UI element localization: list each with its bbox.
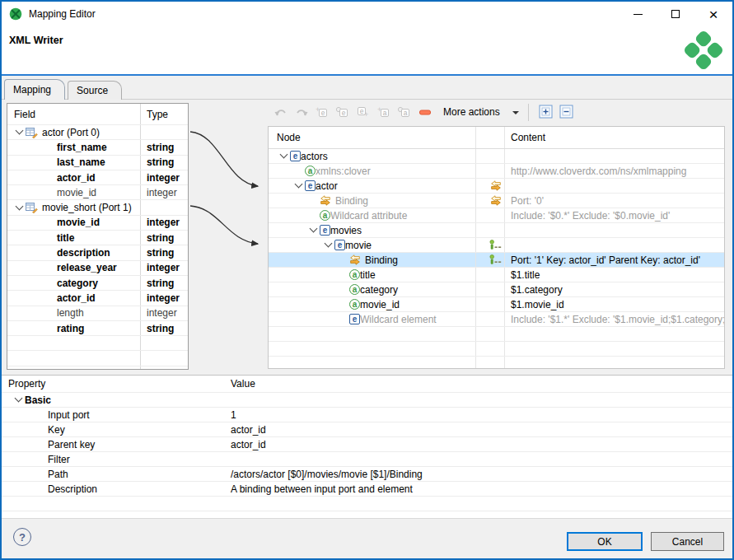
cloverdx-logo-icon <box>685 31 722 72</box>
property-row-filter[interactable]: Filter <box>2 452 732 467</box>
property-row-key[interactable]: Keyactor_id <box>2 422 732 437</box>
content-column-header: Content <box>505 127 724 148</box>
add-element-icon[interactable]: e <box>332 102 353 122</box>
binding-arrows-icon <box>349 254 361 265</box>
node-content: Include: '$1.*' Exclude: '$1.movie_id;$1… <box>505 312 724 326</box>
svg-text:+: + <box>364 110 368 119</box>
element-icon: e <box>334 240 345 250</box>
cancel-button[interactable]: Cancel <box>651 532 724 551</box>
field-row-length[interactable]: lengthinteger <box>7 306 188 321</box>
field-row-actor-id[interactable]: actor_idinteger <box>7 291 188 306</box>
node-label: category <box>360 284 398 296</box>
field-label: movie_id <box>57 187 96 198</box>
svg-text:e: e <box>360 107 364 115</box>
field-row-movie-id[interactable]: movie_idinteger <box>7 185 188 200</box>
property-row-path[interactable]: Path/actors/actor [$0]/movies/movie [$1]… <box>2 467 732 482</box>
node-row-movie[interactable]: emovie <box>269 238 724 253</box>
field-row-rating[interactable]: ratingstring <box>7 321 188 336</box>
field-table-body: actor (Port 0)first_namestringlast_names… <box>7 125 188 370</box>
property-name: Parent key <box>2 439 222 450</box>
node-row-binding[interactable]: BindingPort: '1' Key: actor_id' Parent K… <box>269 253 724 268</box>
property-row-description[interactable]: DescriptionA binding between input port … <box>2 482 732 497</box>
field-row-movie-short-port-1[interactable]: movie_short (Port 1) <box>7 200 188 215</box>
node-row-wildcard-element[interactable]: eWildcard elementInclude: '$1.*' Exclude… <box>269 312 724 327</box>
field-row-movie-id[interactable]: movie_idinteger <box>7 216 188 231</box>
insert-element-icon[interactable]: e+ <box>353 102 373 122</box>
redo-icon[interactable] <box>291 102 311 122</box>
arrows-badge <box>476 194 505 208</box>
close-button[interactable]: × <box>694 2 732 26</box>
add-wildcard-attribute-icon[interactable]: a <box>394 102 414 122</box>
remove-icon[interactable] <box>414 102 435 122</box>
close-icon: × <box>708 7 718 22</box>
arrows-badge <box>476 179 505 193</box>
minimize-button[interactable] <box>619 2 657 26</box>
node-row-title[interactable]: atitle$1.title <box>269 268 724 282</box>
field-row-empty <box>7 366 188 370</box>
node-row-empty <box>269 357 724 369</box>
field-row-first-name[interactable]: first_namestring <box>7 140 188 155</box>
key-badge <box>476 253 505 267</box>
element-icon: e <box>320 225 330 236</box>
attribute-icon: a <box>320 210 330 221</box>
more-actions-button[interactable]: More actions <box>438 102 522 122</box>
help-button[interactable]: ? <box>13 528 31 546</box>
field-row-last-name[interactable]: last_namestring <box>7 156 188 170</box>
node-label: Binding <box>365 254 398 266</box>
svg-text:a: a <box>383 109 387 117</box>
ok-button[interactable]: OK <box>567 532 643 551</box>
field-row-actor-port-0[interactable]: actor (Port 0) <box>7 125 188 140</box>
field-row-release-year[interactable]: release_yearinteger <box>7 261 188 276</box>
binding-arrows-icon <box>490 180 502 191</box>
field-type: integer <box>141 216 188 230</box>
undo-icon[interactable] <box>270 102 291 122</box>
tree-expander-icon[interactable] <box>309 225 317 233</box>
node-row-actor[interactable]: eactor <box>269 179 724 194</box>
property-value: actor_id <box>222 439 732 450</box>
arrow-port0-to-actor <box>190 132 258 186</box>
property-value: 1 <box>222 409 732 421</box>
property-row-empty <box>2 497 732 511</box>
tab-source[interactable]: Source <box>68 81 122 100</box>
tree-expander-icon[interactable] <box>15 202 23 210</box>
property-row-input-port[interactable]: Input port1 <box>2 408 732 422</box>
node-row-actors[interactable]: eactors <box>269 149 724 164</box>
titlebar: Mapping Editor × <box>2 2 732 26</box>
record-icon <box>26 127 38 138</box>
node-row-binding[interactable]: BindingPort: '0' <box>269 194 724 208</box>
expand-all-icon[interactable] <box>536 102 557 122</box>
tab-mapping[interactable]: Mapping <box>4 79 65 100</box>
field-type: string <box>141 156 188 170</box>
dialog-footer: ? OK Cancel <box>2 518 732 558</box>
add-child-element-icon[interactable]: +e <box>311 102 332 122</box>
node-row-movie-id[interactable]: amovie_id$1.movie_id <box>269 297 724 312</box>
tree-expander-icon[interactable] <box>294 180 302 189</box>
tree-expander-icon[interactable] <box>324 240 332 248</box>
maximize-button[interactable] <box>657 2 694 26</box>
tree-expander-icon[interactable] <box>14 394 22 403</box>
badge-column-header <box>476 127 505 148</box>
node-row-wildcard-attribute[interactable]: aWildcard attributeInclude: '$0.*' Exclu… <box>269 208 724 223</box>
field-table: Field Type actor (Port 0)first_namestrin… <box>7 103 189 370</box>
tree-expander-icon[interactable] <box>279 151 288 159</box>
tree-expander-icon[interactable] <box>15 127 23 135</box>
node-row-movies[interactable]: emovies <box>269 223 724 238</box>
node-row-xmlns-clover[interactable]: axmlns:cloverhttp://www.cloverdx.com/ns/… <box>269 164 724 179</box>
badge-cell <box>476 282 505 296</box>
field-label: movie_id <box>57 217 100 228</box>
field-row-category[interactable]: categorystring <box>7 276 188 291</box>
field-row-title[interactable]: titlestring <box>7 231 188 245</box>
property-row-parent-key[interactable]: Parent keyactor_id <box>2 437 732 452</box>
add-attribute-icon[interactable]: +a <box>373 102 394 122</box>
binding-arrows-icon <box>320 195 331 206</box>
collapse-all-icon[interactable] <box>557 102 577 122</box>
field-label: actor (Port 0) <box>42 127 100 138</box>
field-row-description[interactable]: descriptionstring <box>7 245 188 260</box>
property-group-basic[interactable]: Basic <box>2 393 732 408</box>
attribute-icon: a <box>349 299 360 310</box>
field-row-actor-id[interactable]: actor_idinteger <box>7 170 188 185</box>
property-value: /actors/actor [$0]/movies/movie [$1]/Bin… <box>222 469 732 480</box>
node-content: Include: '$0.*' Exclude: '$0.movie_id' <box>505 208 724 222</box>
node-row-category[interactable]: acategory$1.category <box>269 282 724 297</box>
property-name: Filter <box>2 454 222 465</box>
